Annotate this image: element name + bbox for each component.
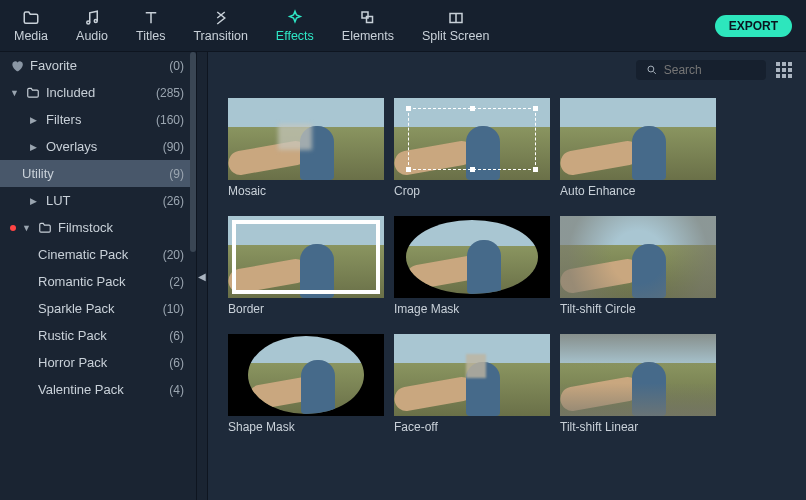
tab-label: Transition — [193, 29, 247, 43]
sidebar-item-included[interactable]: ▼ Included (285) — [0, 79, 196, 106]
sidebar-item-label: Cinematic Pack — [38, 247, 157, 262]
effect-thumbnail — [228, 98, 384, 180]
sidebar-item-label: Overlays — [46, 139, 157, 154]
split-icon — [447, 9, 465, 27]
sidebar-item-pack[interactable]: Horror Pack(6) — [0, 349, 196, 376]
music-icon — [83, 9, 101, 27]
effect-item-auto-enhance[interactable]: Auto Enhance — [560, 98, 716, 198]
chevron-down-icon: ▼ — [10, 88, 20, 98]
tab-media[interactable]: Media — [14, 9, 48, 43]
top-tabs: Media Audio Titles Transition Effects El… — [14, 9, 715, 43]
effect-item-tilt-circle[interactable]: Tilt-shift Circle — [560, 216, 716, 316]
new-indicator-icon — [10, 225, 16, 231]
folder-icon — [38, 221, 52, 235]
tab-effects[interactable]: Effects — [276, 9, 314, 43]
effect-item-crop[interactable]: Crop — [394, 98, 550, 198]
search-field[interactable] — [636, 60, 766, 80]
sidebar-item-count: (2) — [169, 275, 184, 289]
sidebar-item-pack[interactable]: Valentine Pack(4) — [0, 376, 196, 403]
sidebar-item-label: Utility — [22, 166, 163, 181]
sidebar-item-label: Filmstock — [58, 220, 184, 235]
svg-point-5 — [648, 66, 654, 72]
sidebar-item-label: Included — [46, 85, 150, 100]
sidebar-item-pack[interactable]: Romantic Pack(2) — [0, 268, 196, 295]
sidebar-item-count: (10) — [163, 302, 184, 316]
effect-thumbnail — [394, 216, 550, 298]
sidebar-item-count: (20) — [163, 248, 184, 262]
effects-grid: Mosaic Crop Auto Enhance — [208, 88, 806, 500]
sidebar-item-count: (0) — [169, 59, 184, 73]
effect-label: Face-off — [394, 420, 550, 434]
sidebar-item-count: (285) — [156, 86, 184, 100]
effect-thumbnail — [394, 98, 550, 180]
sidebar-item-label: Romantic Pack — [38, 274, 163, 289]
effect-item-mosaic[interactable]: Mosaic — [228, 98, 384, 198]
effect-thumbnail — [560, 216, 716, 298]
sidebar-item-count: (9) — [169, 167, 184, 181]
tab-label: Audio — [76, 29, 108, 43]
sidebar-item-favorite[interactable]: Favorite (0) — [0, 52, 196, 79]
sidebar-item-count: (6) — [169, 329, 184, 343]
tab-elements[interactable]: Elements — [342, 9, 394, 43]
sidebar-item-count: (26) — [163, 194, 184, 208]
transition-icon — [212, 9, 230, 27]
tab-transition[interactable]: Transition — [193, 9, 247, 43]
sidebar-item-filters[interactable]: ▶ Filters (160) — [0, 106, 196, 133]
effect-item-face-off[interactable]: Face-off — [394, 334, 550, 434]
effect-item-shape-mask[interactable]: Shape Mask — [228, 334, 384, 434]
sidebar-item-pack[interactable]: Cinematic Pack(20) — [0, 241, 196, 268]
effect-item-tilt-linear[interactable]: Tilt-shift Linear — [560, 334, 716, 434]
chevron-left-icon: ◀ — [198, 271, 206, 282]
svg-point-0 — [87, 21, 90, 24]
effect-thumbnail — [394, 334, 550, 416]
sidebar-item-pack[interactable]: Sparkle Pack(10) — [0, 295, 196, 322]
heart-icon — [10, 59, 24, 73]
effect-thumbnail — [560, 98, 716, 180]
effect-label: Tilt-shift Linear — [560, 420, 716, 434]
shapes-icon — [359, 9, 377, 27]
collapse-sidebar-button[interactable]: ◀ — [196, 52, 208, 500]
sidebar-item-label: LUT — [46, 193, 157, 208]
text-icon — [142, 9, 160, 27]
sidebar-item-label: Rustic Pack — [38, 328, 163, 343]
sidebar-item-count: (90) — [163, 140, 184, 154]
sidebar-item-overlays[interactable]: ▶ Overlays (90) — [0, 133, 196, 160]
tab-label: Split Screen — [422, 29, 489, 43]
sidebar-item-label: Valentine Pack — [38, 382, 163, 397]
view-grid-button[interactable] — [776, 62, 792, 78]
effect-thumbnail — [228, 216, 384, 298]
effect-label: Border — [228, 302, 384, 316]
effect-label: Auto Enhance — [560, 184, 716, 198]
tab-label: Media — [14, 29, 48, 43]
effect-label: Mosaic — [228, 184, 384, 198]
sidebar-item-label: Favorite — [30, 58, 163, 73]
sidebar-item-count: (4) — [169, 383, 184, 397]
sidebar-item-label: Filters — [46, 112, 150, 127]
effect-item-border[interactable]: Border — [228, 216, 384, 316]
tab-label: Titles — [136, 29, 165, 43]
tab-audio[interactable]: Audio — [76, 9, 108, 43]
sidebar-item-filmstock[interactable]: ▼ Filmstock — [0, 214, 196, 241]
effect-thumbnail — [228, 334, 384, 416]
main-toolbar — [208, 52, 806, 88]
sidebar-item-label: Horror Pack — [38, 355, 163, 370]
sidebar-item-label: Sparkle Pack — [38, 301, 157, 316]
sidebar-item-lut[interactable]: ▶ LUT (26) — [0, 187, 196, 214]
sidebar-item-count: (160) — [156, 113, 184, 127]
search-icon — [646, 63, 658, 77]
chevron-right-icon: ▶ — [30, 196, 40, 206]
top-toolbar: Media Audio Titles Transition Effects El… — [0, 0, 806, 52]
sidebar-item-utility[interactable]: Utility (9) — [0, 160, 196, 187]
effect-item-image-mask[interactable]: Image Mask — [394, 216, 550, 316]
tab-split-screen[interactable]: Split Screen — [422, 9, 489, 43]
export-button[interactable]: EXPORT — [715, 15, 792, 37]
tab-titles[interactable]: Titles — [136, 9, 165, 43]
sidebar-item-pack[interactable]: Rustic Pack(6) — [0, 322, 196, 349]
effect-label: Crop — [394, 184, 550, 198]
sidebar-item-count: (6) — [169, 356, 184, 370]
sparkle-icon — [286, 9, 304, 27]
effect-label: Tilt-shift Circle — [560, 302, 716, 316]
search-input[interactable] — [664, 63, 756, 77]
svg-point-1 — [94, 19, 97, 22]
sidebar-scrollbar[interactable] — [190, 52, 196, 252]
